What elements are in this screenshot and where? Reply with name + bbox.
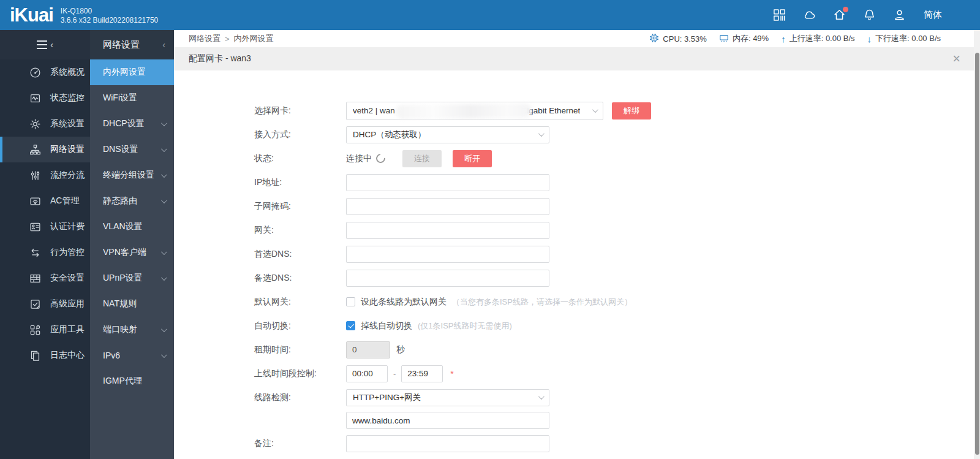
submenu-item-port-mapping[interactable]: 端口映射	[90, 317, 174, 343]
gateway-input[interactable]	[346, 222, 549, 239]
sidebar-item-label: 应用工具	[50, 324, 85, 335]
subnet-mask-input[interactable]	[346, 198, 549, 215]
close-icon[interactable]: ×	[952, 52, 960, 66]
sidebar-item-system-settings[interactable]: 系统设置	[0, 111, 90, 137]
cpu-status: CPU: 3.53%	[649, 33, 707, 45]
sidebar-collapse-button[interactable]: ‹	[0, 30, 90, 59]
submenu-header[interactable]: 网络设置 ‹	[90, 30, 174, 59]
device-model: IK-Q1800	[61, 7, 158, 16]
breadcrumb-parent[interactable]: 网络设置	[189, 33, 221, 44]
sidebar-item-ac-management[interactable]: AC管理	[0, 188, 90, 214]
home-icon[interactable]	[831, 7, 847, 23]
breadcrumb-current: 内外网设置	[234, 33, 274, 44]
submenu-item-wifi-settings[interactable]: WiFi设置	[90, 85, 174, 111]
chevron-down-icon	[161, 326, 167, 332]
submenu-item-vpn-client[interactable]: VPN客户端	[90, 240, 174, 265]
submenu-item-label: 内外网设置	[103, 67, 146, 78]
sidebar-item-behavior-control[interactable]: 行为管控	[0, 240, 90, 265]
submenu-item-ipv6[interactable]: IPv6	[90, 343, 174, 368]
sidebar-item-system-overview[interactable]: 系统概况	[0, 59, 90, 85]
sidebar-item-label: 认证计费	[50, 221, 85, 232]
primary-dns-input[interactable]	[346, 246, 549, 263]
breadcrumb-bar: 网络设置 > 内外网设置 CPU: 3.53% 内存: 49% ↑ 上行速率: …	[174, 30, 980, 47]
disconnect-button[interactable]: 断开	[453, 150, 492, 167]
user-icon[interactable]	[891, 7, 907, 23]
schedule-end-input[interactable]	[401, 365, 443, 382]
cpu-usage: CPU: 3.53%	[663, 34, 707, 44]
chevron-down-icon	[161, 197, 167, 203]
cloud-icon[interactable]	[801, 7, 817, 23]
auto-switch-checkbox[interactable]	[346, 321, 355, 330]
monitor-icon	[29, 93, 41, 104]
default-gateway-checkbox[interactable]	[346, 297, 355, 306]
nic-select[interactable]: veth2 | wan Gigabit Ethernet	[346, 102, 603, 120]
line-detect-select[interactable]: HTTP+PING+网关	[346, 389, 549, 406]
sidebar-item-label: 日志中心	[50, 350, 85, 361]
chevron-down-icon	[161, 249, 167, 255]
form-row-detect: 线路检测: HTTP+PING+网关	[174, 385, 980, 409]
breadcrumb: 网络设置 > 内外网设置	[189, 33, 274, 44]
sidebar-item-status-monitor[interactable]: 状态监控	[0, 85, 90, 111]
chevron-down-icon	[592, 107, 598, 113]
upload-arrow-icon: ↑	[781, 34, 786, 44]
loading-spinner-icon	[374, 152, 387, 165]
scrollbar[interactable]	[974, 30, 980, 459]
auto-switch-hint: (仅1条ISP线路时无需使用)	[418, 321, 512, 332]
submenu-item-upnp-settings[interactable]: UPnP设置	[90, 265, 174, 291]
panel-title: 配置网卡 - wan3	[189, 53, 251, 64]
doc-check-icon	[29, 298, 41, 310]
gateway-label: 网关:	[254, 225, 346, 236]
sidebar: ‹ 系统概况状态监控系统设置网络设置流控分流AC管理认证计费行为管控安全设置高级…	[0, 30, 90, 459]
sidebar-item-flow-control[interactable]: 流控分流	[0, 162, 90, 188]
connect-button[interactable]: 连接	[402, 150, 442, 167]
submenu-item-label: 静态路由	[103, 195, 137, 207]
chevron-down-icon	[538, 393, 545, 400]
unbind-button[interactable]: 解绑	[612, 102, 651, 119]
form-row-auto-switch: 自动切换: 掉线自动切换 (仅1条ISP线路时无需使用)	[174, 314, 980, 338]
sidebar-item-advanced-apps[interactable]: 高级应用	[0, 291, 90, 317]
lease-label: 租期时间:	[254, 344, 346, 355]
submenu-item-nat-rules[interactable]: NAT规则	[90, 291, 174, 317]
schedule-start-input[interactable]	[346, 365, 388, 382]
language-switcher[interactable]: 简体	[924, 9, 942, 21]
submenu-item-vlan-settings[interactable]: VLAN设置	[90, 214, 174, 240]
scrollbar-thumb[interactable]	[975, 53, 979, 455]
auto-switch-checkbox-label: 掉线自动切换	[361, 321, 412, 332]
panel-header: 配置网卡 - wan3 ×	[174, 47, 974, 70]
lease-time-input	[346, 341, 390, 358]
access-mode-select[interactable]: DHCP（动态获取）	[346, 126, 549, 143]
bell-icon[interactable]	[861, 7, 877, 23]
download-rate: 下行速率: 0.00 B/s	[875, 33, 941, 44]
logs-icon	[29, 350, 41, 362]
form-row-detect-url	[174, 409, 980, 431]
submenu-item-wan-lan-settings[interactable]: 内外网设置	[90, 59, 174, 85]
submenu-item-label: VLAN设置	[103, 221, 143, 232]
sidebar-item-app-tools[interactable]: 应用工具	[0, 317, 90, 343]
remark-input[interactable]	[346, 435, 549, 452]
sidebar-item-network-settings[interactable]: 网络设置	[0, 137, 90, 162]
detect-label: 线路检测:	[254, 392, 346, 403]
sidebar-item-security-settings[interactable]: 安全设置	[0, 265, 90, 291]
secondary-dns-input[interactable]	[346, 270, 549, 287]
sidebar-item-log-center[interactable]: 日志中心	[0, 343, 90, 368]
submenu-item-dhcp-settings[interactable]: DHCP设置	[90, 111, 174, 137]
submenu-item-label: DNS设置	[103, 144, 138, 155]
privacy-blur	[396, 103, 532, 118]
submenu-item-igmp-proxy[interactable]: IGMP代理	[90, 368, 174, 394]
submenu-item-label: UPnP设置	[103, 273, 143, 284]
gauge-icon	[29, 67, 41, 78]
submenu-panel: 网络设置 ‹ 内外网设置WiFi设置DHCP设置DNS设置终端分组设置静态路由V…	[90, 30, 174, 459]
form-row-access: 接入方式: DHCP（动态获取）	[174, 123, 980, 146]
submenu-item-label: WiFi设置	[103, 93, 137, 104]
apps-icon[interactable]	[771, 7, 787, 23]
submenu-item-dns-settings[interactable]: DNS设置	[90, 137, 174, 162]
form-row-schedule: 上线时间段控制: - *	[174, 362, 980, 385]
sidebar-item-auth-billing[interactable]: 认证计费	[0, 214, 90, 240]
dns2-label: 备选DNS:	[254, 273, 346, 284]
detect-url-input[interactable]	[346, 412, 549, 429]
submenu-item-terminal-group-settings[interactable]: 终端分组设置	[90, 162, 174, 188]
schedule-label: 上线时间段控制:	[254, 368, 346, 379]
form-row-dns1: 首选DNS:	[174, 242, 980, 266]
submenu-item-static-route[interactable]: 静态路由	[90, 188, 174, 214]
ip-input[interactable]	[346, 174, 549, 191]
